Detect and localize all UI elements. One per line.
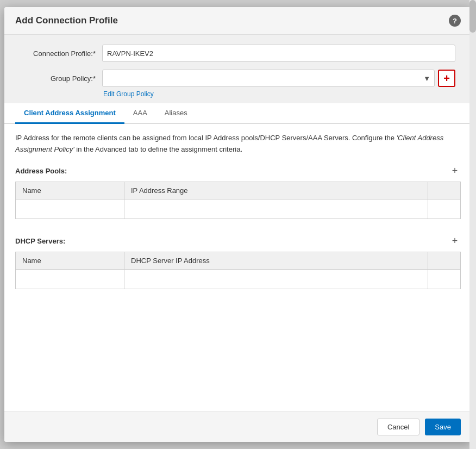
group-policy-select[interactable]	[102, 70, 435, 87]
group-policy-label: Group Policy:*	[21, 74, 102, 83]
tab-client-address[interactable]: Client Address Assignment	[15, 103, 124, 124]
description-text: IP Address for the remote clients can be…	[15, 133, 461, 155]
address-pools-table: Name IP Address Range	[15, 182, 461, 219]
add-connection-profile-dialog: Add Connection Profile ? Connection Prof…	[4, 7, 472, 442]
address-pools-empty-name	[16, 199, 124, 219]
scrollbar-track[interactable]	[469, 124, 472, 411]
dhcp-servers-title: DHCP Servers:	[15, 237, 65, 245]
address-pools-empty-row	[16, 199, 461, 219]
dhcp-servers-ip-col: DHCP Server IP Address	[124, 252, 428, 269]
add-dhcp-server-button[interactable]: +	[449, 235, 461, 247]
form-section: Connection Profile:* Group Policy:* ▼ +	[4, 35, 472, 103]
dialog-title: Add Connection Profile	[15, 15, 118, 26]
add-group-policy-button[interactable]: +	[438, 70, 455, 87]
help-icon[interactable]: ?	[449, 15, 461, 27]
dhcp-servers-header-row: Name DHCP Server IP Address	[16, 252, 461, 269]
scroll-area: IP Address for the remote clients can be…	[4, 124, 472, 411]
connection-profile-label: Connection Profile:*	[21, 49, 102, 58]
group-policy-select-wrapper: ▼	[102, 70, 435, 87]
dhcp-servers-name-col: Name	[16, 252, 124, 269]
dhcp-servers-empty-actions	[428, 269, 461, 289]
dhcp-servers-empty-name	[16, 269, 124, 289]
connection-profile-row: Connection Profile:*	[21, 45, 455, 62]
address-pools-title: Address Pools:	[15, 167, 67, 175]
address-pools-header-row: Name IP Address Range	[16, 182, 461, 199]
address-pools-empty-actions	[428, 199, 461, 219]
group-policy-row: Group Policy:* ▼ +	[21, 70, 455, 87]
tab-aliases[interactable]: Aliases	[156, 103, 196, 124]
dhcp-servers-header: DHCP Servers: +	[15, 235, 461, 247]
edit-group-policy-link[interactable]: Edit Group Policy	[103, 90, 455, 98]
dhcp-servers-actions-col	[428, 252, 461, 269]
tab-aaa[interactable]: AAA	[124, 103, 156, 124]
address-pools-empty-range	[124, 199, 428, 219]
dhcp-servers-empty-ip	[124, 269, 428, 289]
save-button[interactable]: Save	[425, 419, 461, 435]
dialog-body: Connection Profile:* Group Policy:* ▼ +	[4, 35, 472, 411]
cancel-button[interactable]: Cancel	[377, 419, 419, 435]
dhcp-servers-table: Name DHCP Server IP Address	[15, 252, 461, 289]
address-pools-header: Address Pools: +	[15, 165, 461, 177]
address-pools-actions-col	[428, 182, 461, 199]
tabs-bar: Client Address Assignment AAA Aliases	[4, 103, 472, 124]
dialog-footer: Cancel Save	[4, 411, 472, 442]
add-address-pool-button[interactable]: +	[449, 165, 461, 177]
address-pools-name-col: Name	[16, 182, 124, 199]
tab-content-area: IP Address for the remote clients can be…	[4, 124, 472, 411]
address-pools-range-col: IP Address Range	[124, 182, 428, 199]
dialog-header: Add Connection Profile ?	[4, 7, 472, 35]
dhcp-servers-empty-row	[16, 269, 461, 289]
connection-profile-input[interactable]	[102, 45, 455, 62]
